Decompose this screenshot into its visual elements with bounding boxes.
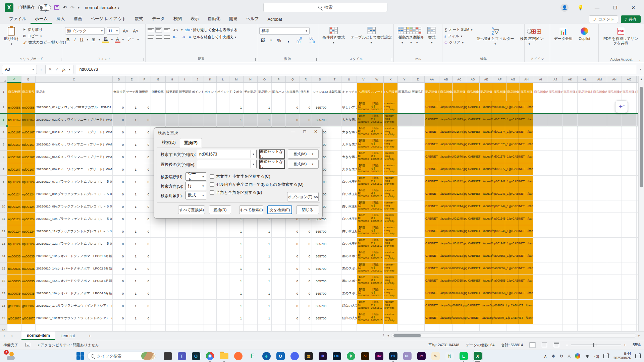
cell-G13[interactable] bbox=[151, 238, 166, 250]
cell-AJ17[interactable] bbox=[548, 287, 563, 300]
cell-Z17[interactable] bbox=[411, 287, 425, 300]
cell-B14[interactable]: na000353 bbox=[21, 250, 36, 262]
cell-C16[interactable]: 20250610_15aレオパードクテノポマ LPC03 6月新入荷商品 bbox=[36, 275, 113, 287]
cell-S3[interactable]: 565700 bbox=[312, 114, 328, 126]
cell-AM20[interactable] bbox=[592, 324, 607, 331]
sheet-prev-icon[interactable]: ‹ bbox=[3, 334, 5, 338]
hidden-icons-chevron[interactable]: ∧ bbox=[544, 354, 547, 359]
column-header-AL[interactable]: AL bbox=[578, 76, 592, 83]
cell-Y13[interactable] bbox=[398, 238, 411, 250]
cell-B18[interactable]: gf002869 bbox=[21, 300, 36, 312]
horizontal-scrollbar[interactable]: ⋮ ◂ ▸ bbox=[382, 333, 640, 338]
cell-AK20[interactable] bbox=[563, 324, 578, 331]
cell-A3-active[interactable]: nd001673 bbox=[7, 114, 21, 126]
cell-H20[interactable] bbox=[166, 324, 178, 331]
header-cell-U1[interactable]: キャッチコ bbox=[341, 83, 357, 101]
ribbon-tab-数式[interactable]: 数式 bbox=[130, 15, 148, 24]
cell-AN12[interactable] bbox=[607, 225, 622, 238]
cell-Y20[interactable] bbox=[398, 324, 411, 331]
cell-B20[interactable] bbox=[21, 324, 36, 331]
cell-R16[interactable]: 0 bbox=[300, 275, 312, 287]
cell-W4[interactable]: 【商品名】20250610 bbox=[370, 126, 384, 138]
cell-J3[interactable] bbox=[191, 114, 204, 126]
cell-E16[interactable]: 1 bbox=[125, 275, 138, 287]
cells-AA-AH-11[interactable]: CABINET /aqua8/np001245.jpg CABINET /aqu… bbox=[425, 213, 533, 225]
cell-AL12[interactable] bbox=[578, 225, 592, 238]
cell-AF20[interactable] bbox=[493, 324, 506, 331]
cell-N15[interactable] bbox=[244, 262, 258, 275]
align-bottom-icon[interactable] bbox=[164, 27, 170, 32]
cell-V3[interactable]: 【商品名】20250610 bbox=[357, 114, 370, 126]
cell-A13[interactable]: np001247 bbox=[7, 238, 21, 250]
cell-X19[interactable]: <center><img src="http bbox=[384, 312, 398, 324]
delete-cells-button[interactable]: 削除▾ bbox=[411, 26, 423, 46]
cell-AJ11[interactable] bbox=[548, 213, 563, 225]
column-header-AD[interactable]: AD bbox=[466, 76, 480, 83]
cell-Q19[interactable]: 0 bbox=[286, 312, 300, 324]
replace-all-button[interactable]: すべて置換(A) bbox=[178, 205, 205, 214]
cancel-entry-icon[interactable]: ✕ bbox=[48, 67, 52, 72]
cell-R3[interactable]: 0 bbox=[300, 114, 312, 126]
cell-AJ16[interactable] bbox=[548, 275, 563, 287]
cell-H18[interactable] bbox=[166, 300, 178, 312]
cell-AN5[interactable] bbox=[607, 138, 622, 151]
cell-N19[interactable] bbox=[244, 312, 258, 324]
cell-AO15[interactable] bbox=[622, 262, 637, 275]
cell-D13[interactable]: 0 bbox=[113, 238, 125, 250]
bold-button[interactable]: B bbox=[65, 37, 71, 42]
cell-Y6[interactable] bbox=[398, 151, 411, 163]
cell-X2[interactable]: <center><img src="http bbox=[384, 101, 398, 114]
cell-E19[interactable]: 1 bbox=[125, 312, 138, 324]
cell-L20[interactable] bbox=[217, 324, 229, 331]
cell-Y5[interactable] bbox=[398, 138, 411, 151]
cell-Q13[interactable]: 0 bbox=[286, 238, 300, 250]
cell-AM4[interactable] bbox=[592, 126, 607, 138]
cell-T17[interactable] bbox=[328, 287, 341, 300]
cell-V6[interactable]: 【商品名】20250610 bbox=[357, 151, 370, 163]
header-cell-L1[interactable]: ポイント変 bbox=[217, 83, 229, 101]
cell-AL2[interactable] bbox=[578, 101, 592, 114]
cell-R13[interactable]: 0 bbox=[300, 238, 312, 250]
cell-M20[interactable] bbox=[229, 324, 244, 331]
cell-AO7[interactable] bbox=[622, 163, 637, 176]
paste-button[interactable]: 貼り付け▾ bbox=[2, 26, 21, 47]
add-sheet-button[interactable]: + bbox=[88, 333, 91, 339]
cell-K3[interactable] bbox=[204, 114, 217, 126]
cell-X9[interactable]: <center><img src="http bbox=[384, 188, 398, 200]
styles-launcher-icon[interactable] bbox=[389, 58, 392, 61]
cell-AN10[interactable] bbox=[607, 200, 622, 213]
row-header-20[interactable]: 20 bbox=[0, 324, 7, 331]
cell-AL20[interactable] bbox=[578, 324, 592, 331]
cell-N13[interactable] bbox=[244, 238, 258, 250]
cell-Z13[interactable] bbox=[411, 238, 425, 250]
cell-Z8[interactable] bbox=[411, 176, 425, 188]
header-cell-AL1[interactable]: 商品画像名 bbox=[578, 83, 592, 101]
cell-AO14[interactable] bbox=[622, 250, 637, 262]
column-header-F[interactable]: F bbox=[138, 76, 151, 83]
column-header-N[interactable]: N bbox=[244, 76, 258, 83]
cell-O2[interactable]: 1 bbox=[258, 101, 272, 114]
cell-L15[interactable] bbox=[217, 262, 229, 275]
page-layout-view-icon[interactable] bbox=[542, 343, 547, 347]
cell-H17[interactable] bbox=[166, 287, 178, 300]
cell-U20[interactable] bbox=[341, 324, 357, 331]
cell-N20[interactable] bbox=[244, 324, 258, 331]
cell-C2[interactable]: 20250610_01aピメロディアSPマナカプル PSM01 6月新入荷商品 bbox=[36, 101, 113, 114]
cell-AI20[interactable] bbox=[533, 324, 548, 331]
cell-F18[interactable]: 0 bbox=[138, 300, 151, 312]
colorful-ball-icon[interactable] bbox=[575, 353, 580, 359]
percent-icon[interactable]: % bbox=[276, 38, 282, 43]
row-header-19[interactable]: 19 bbox=[0, 312, 7, 324]
cell-C3[interactable]: 20250610_02aＣｏ．ワイツマニー（ブリード）WAM01 6月新入荷 bbox=[36, 114, 113, 126]
header-cell-G1[interactable]: 消費税率 bbox=[151, 83, 166, 101]
align-left-icon[interactable] bbox=[148, 35, 154, 40]
tab-find[interactable]: 検索(D) bbox=[158, 138, 180, 147]
header-cell-S1[interactable]: ジャンルID bbox=[312, 83, 328, 101]
cell-O16[interactable]: 1 bbox=[258, 275, 272, 287]
cell-S12[interactable]: 565700 bbox=[312, 225, 328, 238]
cell-H19[interactable] bbox=[166, 312, 178, 324]
cell-Y14[interactable] bbox=[398, 250, 411, 262]
cell-AM9[interactable] bbox=[592, 188, 607, 200]
cell-Y9[interactable] bbox=[398, 188, 411, 200]
taskbar-icon-chrome[interactable] bbox=[205, 351, 215, 361]
